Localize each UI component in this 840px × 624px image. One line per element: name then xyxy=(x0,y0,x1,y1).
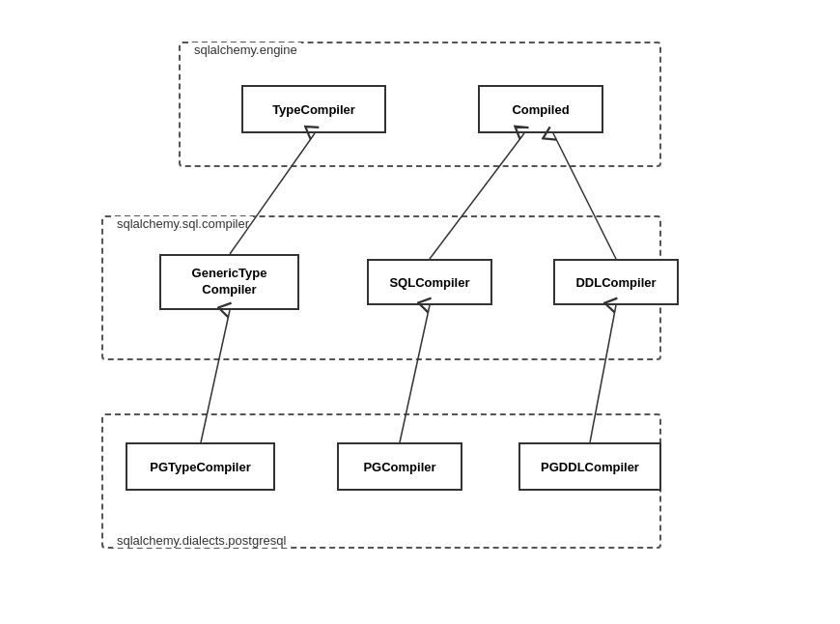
arrow-pgddl-to-ddl xyxy=(590,305,616,442)
inheritance-arrows xyxy=(72,32,768,592)
arrow-sql-to-compiled xyxy=(430,133,524,259)
arrow-pgcompiler-to-sql xyxy=(400,305,430,442)
arrow-pgtype-to-generic xyxy=(201,310,230,442)
arrow-generic-to-type xyxy=(230,133,315,254)
arrow-ddl-to-compiled xyxy=(553,133,616,259)
uml-diagram: sqlalchemy.engine sqlalchemy.sql.compile… xyxy=(72,32,768,592)
